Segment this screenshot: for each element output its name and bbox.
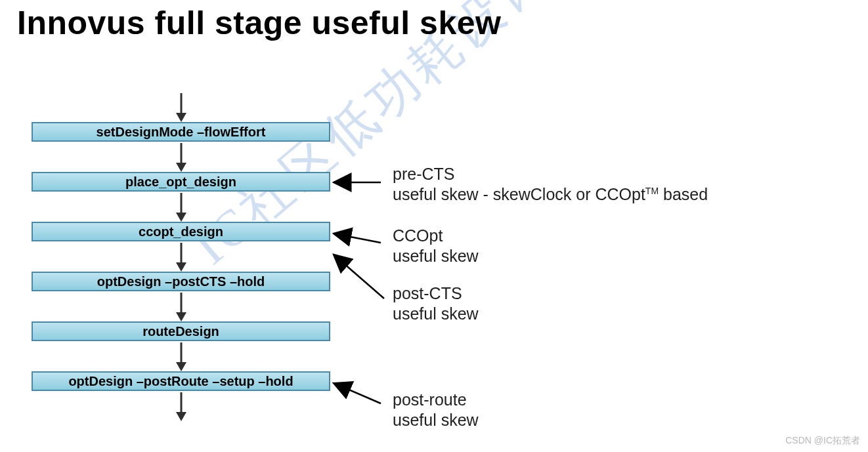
arrow-down-icon: [32, 142, 330, 172]
arrow-down-icon: [32, 92, 330, 122]
annotation-post-cts: post-CTS useful skew: [393, 283, 479, 325]
svg-line-16: [334, 255, 384, 298]
trademark-symbol: TM: [645, 186, 659, 196]
annotation-line: useful skew: [393, 411, 479, 429]
svg-marker-7: [176, 262, 186, 272]
flow-step-label: optDesign –postRoute –setup –hold: [68, 374, 293, 389]
svg-marker-5: [176, 213, 186, 222]
annotation-line: post-route: [393, 390, 467, 409]
annotation-line: pre-CTS: [393, 165, 454, 183]
annotation-line: based: [659, 185, 708, 203]
flow-step-label: routeDesign: [142, 324, 219, 339]
svg-marker-11: [176, 362, 186, 371]
arrow-down-icon: [32, 391, 330, 421]
flow-step-label: optDesign –postCTS –hold: [97, 274, 265, 289]
credit-text: CSDN @IC拓荒者: [785, 435, 860, 447]
annotation-line: post-CTS: [393, 284, 462, 302]
flow-step-optdesign-postcts: optDesign –postCTS –hold: [32, 272, 330, 291]
flow-step-label: ccopt_design: [139, 224, 223, 239]
arrow-down-icon: [32, 291, 330, 321]
flow-step-routedesign: routeDesign: [32, 321, 330, 341]
page-title: Innovus full stage useful skew: [17, 4, 501, 42]
annotation-pre-cts: pre-CTS useful skew - skewClock or CCOpt…: [393, 164, 708, 205]
arrow-down-icon: [32, 241, 330, 272]
arrow-down-icon: [32, 341, 330, 371]
annotation-post-route: post-route useful skew: [393, 390, 479, 431]
annotation-line: useful skew: [393, 247, 479, 265]
flow-step-ccopt-design: ccopt_design: [32, 222, 330, 241]
svg-line-17: [334, 383, 381, 403]
annotation-line: useful skew: [393, 304, 479, 323]
flowchart: setDesignMode –flowEffort place_opt_desi…: [32, 92, 330, 421]
annotation-line: useful skew - skewClock or CCOpt: [393, 185, 645, 203]
flow-step-setdesignmode: setDesignMode –flowEffort: [32, 122, 330, 142]
annotation-ccopt: CCOpt useful skew: [393, 226, 479, 267]
annotation-line: CCOpt: [393, 226, 443, 245]
svg-marker-13: [176, 412, 186, 421]
svg-line-15: [334, 234, 381, 243]
svg-marker-1: [176, 113, 186, 122]
flow-step-label: setDesignMode –flowEffort: [97, 125, 266, 140]
svg-marker-3: [176, 163, 186, 172]
svg-marker-9: [176, 312, 186, 321]
flow-step-optdesign-postroute: optDesign –postRoute –setup –hold: [32, 371, 330, 391]
flow-step-label: place_opt_design: [125, 175, 236, 190]
arrow-down-icon: [32, 192, 330, 222]
flow-step-place-opt-design: place_opt_design: [32, 172, 330, 192]
